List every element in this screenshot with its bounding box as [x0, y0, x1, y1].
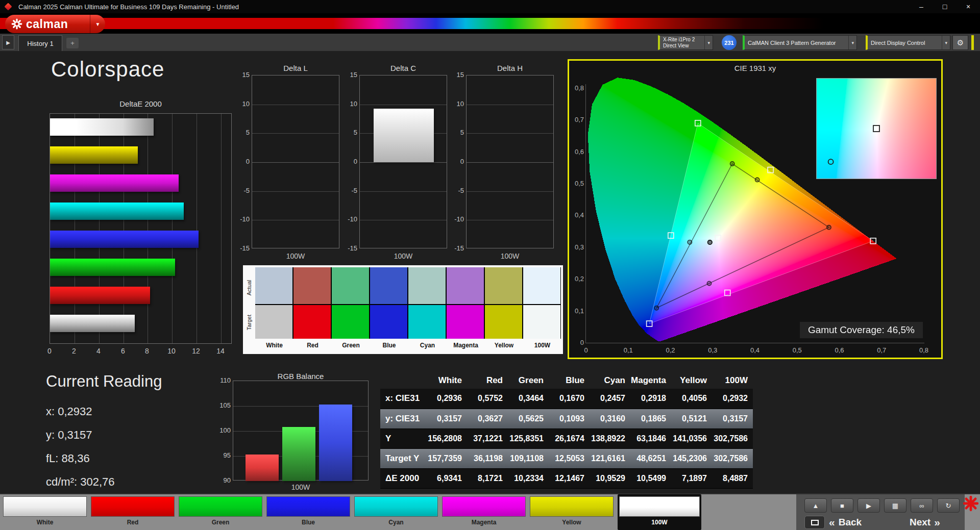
table-cell: 63,1846	[630, 428, 671, 448]
pattern-button-white[interactable]: White	[3, 496, 87, 529]
save-button[interactable]: ▦	[884, 498, 906, 513]
settings-gear-button[interactable]: ⚙	[952, 35, 968, 50]
continuous-button[interactable]: ∞	[911, 498, 933, 513]
swatch-actual-green	[332, 267, 369, 304]
pattern-button-red[interactable]: Red	[91, 496, 175, 529]
pattern-label: White	[3, 519, 87, 526]
row-label: Target Y	[380, 448, 426, 468]
pattern-button-magenta[interactable]: Magenta	[442, 496, 526, 529]
table-row: y: CIE310,31570,36270,56250,10930,31600,…	[380, 409, 753, 428]
close-button[interactable]: ×	[957, 0, 980, 13]
chart-title: Delta C	[359, 64, 447, 72]
column-header: Red	[467, 372, 508, 389]
chevron-down-icon: ▾	[704, 36, 713, 49]
window-title: Calman 2025 Calman Ultimate for Business…	[18, 3, 239, 11]
x-axis-line	[585, 343, 924, 343]
table-cell: 0,1093	[549, 409, 590, 428]
y-tick-label: -10	[233, 215, 250, 223]
minimize-button[interactable]: –	[910, 0, 933, 13]
refresh-button[interactable]: ↻	[937, 498, 960, 513]
gridline	[360, 220, 447, 220]
table-cell: 109,1108	[508, 448, 549, 468]
gridline	[467, 191, 553, 192]
tab-bar: ▶ History 1 + X-Rite i1Pro 2 Direct View…	[0, 34, 980, 51]
swatch-target-red	[293, 305, 331, 339]
add-tab-button[interactable]: +	[66, 38, 79, 48]
tab-nav-button[interactable]: ▶	[2, 35, 14, 49]
swatch-column-label: Red	[293, 342, 332, 349]
chart-title: Delta H	[466, 64, 554, 72]
pattern-button-green[interactable]: Green	[179, 496, 262, 529]
y-tick-label: 0,8	[570, 84, 584, 92]
table-cell: 0,3157	[712, 409, 753, 428]
app-icon	[4, 3, 12, 10]
page-title: Colorspace	[51, 57, 164, 82]
swatch-column-label: Green	[332, 342, 370, 349]
table-cell: 145,2306	[671, 448, 712, 468]
swatch-row-label: Actual	[246, 280, 252, 296]
next-label: Next	[910, 517, 930, 528]
deltae-bar-red	[50, 287, 150, 304]
tab-history-1[interactable]: History 1	[18, 35, 62, 51]
meter-reading-count-badge: 231	[722, 35, 737, 50]
next-chevron-icon: »	[934, 516, 940, 528]
table-cell: 0,5752	[467, 389, 508, 409]
y-tick-label: 5	[448, 129, 464, 136]
table-cell: 0,1670	[549, 389, 590, 409]
table-cell: 0,2918	[630, 389, 671, 409]
stop-button[interactable]: ■	[831, 498, 853, 513]
x-tick-label: 0,1	[621, 346, 636, 354]
delta-l-chart: Delta L 100W 151050-5-10-15	[232, 64, 340, 268]
spectracal-asterisk-logo	[963, 495, 979, 512]
deltae-bar-100w	[50, 118, 154, 136]
y-tick-label: -5	[341, 187, 357, 194]
pattern-swatch	[442, 496, 526, 517]
x-tick-label: 2	[68, 347, 80, 355]
swatch-target-100w	[523, 305, 560, 339]
gridline	[360, 191, 447, 192]
meter-dropdown[interactable]: X-Rite i1Pro 2 Direct View ▾	[658, 35, 713, 50]
gridline	[467, 105, 553, 105]
pattern-swatch	[91, 496, 175, 517]
calman-logo-menu[interactable]: calman ▼	[5, 15, 105, 33]
swatch-actual-yellow	[485, 267, 522, 304]
swatch-actual-blue	[370, 267, 407, 304]
back-button[interactable]: « Back	[829, 516, 862, 529]
x-tick-label: 0	[578, 346, 594, 354]
column-header: Blue	[549, 372, 590, 389]
pattern-swatch	[354, 496, 438, 517]
pattern-button-cyan[interactable]: Cyan	[354, 496, 438, 529]
y-tick-label: 110	[214, 376, 231, 384]
x-tick-label: 4	[92, 347, 105, 355]
logo-menu-arrow-icon[interactable]: ▼	[90, 15, 105, 33]
table-cell: 12,5053	[549, 448, 590, 468]
pattern-label: Blue	[266, 519, 350, 526]
white-point-inset	[816, 78, 937, 179]
x-tick-label: 0,6	[832, 346, 847, 354]
window-layout-button[interactable]	[804, 516, 825, 529]
pattern-bar: WhiteRedGreenBlueCyanMagentaYellow100W ▲…	[0, 493, 980, 530]
pattern-button-100w[interactable]: 100W	[618, 494, 701, 530]
table-cell: 156,2808	[426, 428, 467, 448]
swatch-actual-white	[255, 267, 292, 304]
table-cell: 0,3160	[590, 409, 630, 428]
pattern-source-dropdown[interactable]: CalMAN Client 3 Pattern Generator ▾	[743, 35, 857, 50]
reading-y: y: 0,3157	[46, 428, 162, 442]
eject-button[interactable]: ▲	[804, 498, 827, 513]
x-axis: 02468101214	[50, 347, 232, 356]
chart-title: RGB Balance	[233, 372, 369, 381]
reading-fl: fL: 88,36	[46, 452, 162, 465]
maximize-button[interactable]: □	[933, 0, 957, 13]
deltae-bar-cyan	[50, 203, 184, 220]
table-cell: 48,6251	[630, 448, 671, 468]
y-tick-label: 105	[214, 401, 231, 409]
swatch-target-yellow	[485, 305, 522, 339]
pattern-button-blue[interactable]: Blue	[266, 496, 350, 529]
play-button[interactable]: ▶	[857, 498, 880, 513]
pattern-swatch	[266, 496, 350, 517]
display-control-dropdown[interactable]: Direct Display Control ▾	[866, 35, 950, 50]
gridline	[252, 191, 339, 192]
next-button[interactable]: Next »	[910, 516, 940, 529]
pattern-button-yellow[interactable]: Yellow	[530, 496, 614, 529]
column-header: White	[426, 372, 467, 389]
